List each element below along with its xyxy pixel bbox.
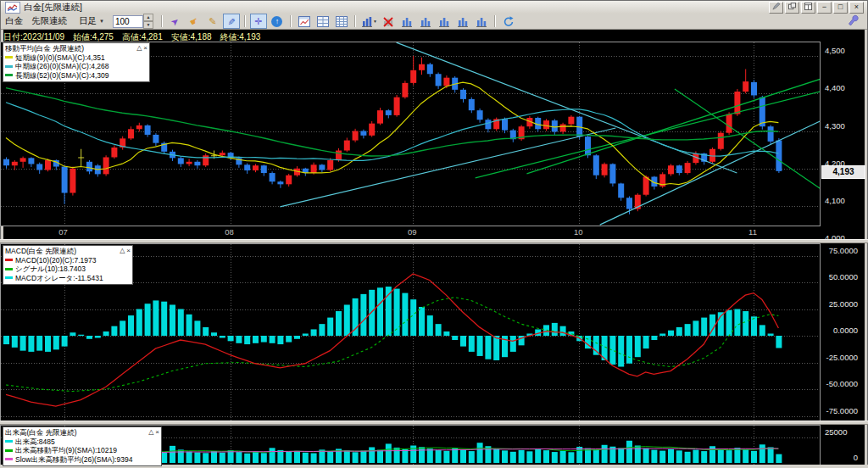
layout-windows-button[interactable]: [801, 2, 815, 14]
price-y-axis: 4,193 4,5004,4004,3004,2004,1004,000: [821, 31, 866, 239]
y-axis-tick-label: 0.0000: [822, 326, 858, 335]
macd-legend-close-button[interactable]: ×: [126, 247, 131, 256]
ohlc-info-item: 安値:4,188: [171, 32, 212, 42]
y-axis-tick-label: 4,100: [825, 196, 845, 205]
y-axis-tick-label: 25.0000: [822, 299, 858, 309]
toolbar: 白金 先限連続 日足 ▼ ▲ ▼ ➤☛✎✎✛↑▼: [1, 14, 867, 30]
cascade-windows-button[interactable]: [785, 2, 799, 14]
grid-layout-3-icon[interactable]: [333, 14, 350, 29]
volume-legend-title: 出来高(白金 先限連続): [5, 428, 77, 437]
period-up-button[interactable]: ▲: [143, 14, 153, 21]
chevron-down-icon: ▼: [373, 19, 377, 24]
volume-legend-collapse-button[interactable]: △: [148, 428, 153, 437]
app-chart-icon: [5, 2, 20, 14]
volume-slow-ma-label: Slow出来高移動平均(26)(SMA):9394: [15, 455, 132, 465]
timeframe-value: 日足: [79, 15, 97, 27]
ohlc-info-item: 始値:4,275: [73, 32, 114, 42]
y-axis-tick-label: 25000: [825, 427, 847, 437]
y-axis-tick-label: 4,500: [825, 46, 845, 55]
new-chart-window-icon[interactable]: [296, 14, 313, 29]
pan-hand-icon[interactable]: ☛: [186, 14, 203, 29]
volume-swatch: [5, 440, 13, 443]
window-title: 白金[先限連続]: [24, 2, 82, 14]
x-axis-month-label: 08: [220, 227, 239, 237]
x-axis-month-strip: 0708091011: [0, 226, 820, 238]
ohlc-info-item: 高値:4,281: [122, 32, 163, 42]
macd-y-axis: 75.000050.000025.00000.0000-25.0000-50.0…: [821, 243, 866, 421]
signal-line-label: シグナル(10):18.7403: [15, 265, 86, 274]
y-axis-tick-label: 4,400: [825, 83, 845, 92]
macd-legend-title: MACD(白金 先限連続): [5, 247, 76, 256]
y-axis-tick-label: -25.0000: [822, 353, 858, 362]
chevron-down-icon: ▼: [99, 19, 104, 24]
title-bar: 白金[先限連続] − □ ×: [1, 1, 867, 14]
ma-long-label: 長期線(52)(0)(SMA)(C):4,309: [15, 71, 109, 81]
toolbar-separator: [161, 15, 163, 27]
toolbar-separator: [354, 15, 356, 27]
macd-legend-collapse-button[interactable]: △: [120, 247, 125, 256]
macd-line-label: MACD(10)(20)(C):7.1973: [15, 256, 96, 265]
indicator-slot-3-icon[interactable]: [436, 14, 453, 29]
close-button[interactable]: ×: [849, 2, 864, 14]
indicator-slot-4-icon[interactable]: [454, 14, 471, 29]
ohlc-info-item: 終値:4,193: [220, 32, 261, 42]
y-axis-tick-label: 4,300: [825, 121, 845, 131]
refresh-icon[interactable]: [500, 14, 517, 29]
chart-type-icon[interactable]: ▼: [360, 14, 378, 29]
chart-application-window: 白金[先限連続] − □ × 白金 先限連続 日足 ▼ ▲: [0, 0, 868, 468]
jump-latest-icon[interactable]: ↑: [269, 14, 286, 29]
volume-ma-swatch: [5, 449, 13, 452]
y-axis-tick-label: 75.0000: [822, 246, 858, 255]
crosshair-icon[interactable]: ✛: [250, 14, 267, 29]
volume-legend: 出来高(白金 先限連続) △ × 出来高:8485 出来高移動平均(9)(SMA…: [3, 426, 162, 466]
ma-legend: 移動平均(白金 先限連続) △ × 短期線(9)(0)(SMA)(C):4,35…: [3, 42, 150, 82]
timeframe-dropdown[interactable]: 日足 ▼: [75, 13, 108, 30]
symbol-label: 白金: [5, 15, 23, 27]
period-stepper: ▲ ▼: [113, 14, 153, 29]
toolbar-separator: [244, 15, 246, 27]
maximize-button[interactable]: □: [833, 2, 848, 14]
macd-osc-label: MACDオシレータ:-11.5431: [15, 274, 103, 283]
ma-mid-swatch: [5, 65, 13, 68]
macd-legend: MACD(白金 先限連続) △ × MACD(10)(20)(C):7.1973…: [3, 245, 133, 285]
macd-osc-swatch: [5, 276, 13, 279]
signal-line-swatch: [5, 268, 13, 270]
ma-short-swatch: [5, 56, 13, 58]
ma-legend-title: 移動平均(白金 先限連続): [5, 44, 84, 53]
y-axis-tick-label: 50.0000: [822, 272, 858, 281]
period-down-button[interactable]: ▼: [143, 21, 153, 29]
indicator-slot-1-icon[interactable]: [398, 14, 415, 29]
brush-draw-icon[interactable]: ✎: [223, 14, 240, 29]
minimize-button[interactable]: −: [817, 2, 832, 14]
y-axis-tick-label: -50.0000: [822, 379, 858, 388]
volume-label: 出来高:8485: [15, 437, 55, 447]
volume-ma-label: 出来高移動平均(9)(SMA):10219: [15, 446, 117, 455]
volume-legend-close-button[interactable]: ×: [155, 428, 159, 437]
x-axis-month-label: 10: [569, 227, 587, 237]
toolbar-icon-group: ➤☛✎✎✛↑▼: [167, 14, 517, 29]
settings-wrench-icon[interactable]: [848, 14, 861, 28]
y-axis-tick-label: -75.0000: [822, 406, 858, 415]
contract-label: 先限連続: [31, 15, 67, 27]
last-price-tag: 4,193: [821, 165, 865, 179]
toolbar-separator: [290, 15, 292, 27]
x-axis-month-label: 09: [403, 227, 421, 237]
period-input[interactable]: [113, 15, 143, 28]
remove-indicator-icon[interactable]: [380, 14, 397, 29]
ohlc-info-item: 日付:2023/11/09: [3, 32, 64, 42]
x-axis-month-label: 07: [54, 227, 73, 237]
select-cursor-icon[interactable]: ➤: [167, 14, 184, 29]
ma-legend-close-button[interactable]: ×: [143, 44, 147, 53]
ma-legend-collapse-button[interactable]: △: [136, 44, 142, 53]
toolbar-separator: [494, 15, 496, 27]
ma-mid-label: 中期線(26)(0)(SMA)(C):4,268: [15, 62, 109, 71]
grid-layout-2-icon[interactable]: [314, 14, 331, 29]
indicator-slot-5-icon[interactable]: [473, 14, 490, 29]
x-axis-month-label: 11: [743, 227, 762, 237]
y-axis-tick-label: 0: [822, 453, 858, 462]
annotate-pen-button[interactable]: [769, 2, 783, 14]
indicator-slot-2-icon[interactable]: [417, 14, 434, 29]
pencil-draw-icon[interactable]: ✎: [204, 14, 221, 29]
macd-line-swatch: [5, 259, 13, 261]
volume-y-axis: 250000: [821, 425, 866, 465]
